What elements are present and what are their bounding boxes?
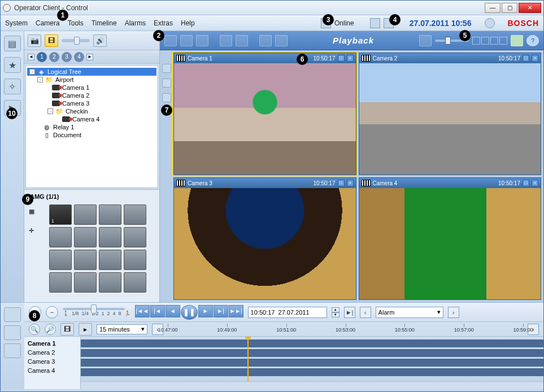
pane-close-icon[interactable]: × [532,55,538,62]
zoom-in-button[interactable]: + [29,306,41,319]
image-icon[interactable] [196,35,208,46]
last-button[interactable]: ►►| [229,305,243,317]
timeline-row-label[interactable]: Camera 3 [28,357,77,366]
zoom-out-button[interactable]: − [46,306,58,319]
amg-cell[interactable] [124,250,146,270]
maximize-button[interactable]: ▢ [502,3,517,13]
fullscreen-icon[interactable] [164,35,177,46]
expander-icon[interactable]: - [47,108,53,114]
amg-cell[interactable] [99,227,121,247]
timeline-ruler[interactable]: 10:47:0010:49:0010:51:0010:53:0010:55:00… [168,324,523,335]
video-pane-1[interactable]: Camera 1 10:50:17 □ × [173,53,356,175]
amg-cell[interactable] [74,250,97,270]
amg-grid-icon[interactable]: ▦ [29,208,43,221]
timeline-row-label[interactable]: Camera 4 [28,366,77,375]
pane-expand-icon[interactable] [162,64,171,73]
layout-icon[interactable] [275,35,288,46]
pane-close-icon[interactable]: × [347,55,354,62]
prev-button[interactable]: |◄ [150,305,165,317]
amg-cell[interactable] [124,272,146,293]
amg-cell[interactable] [124,227,146,247]
close-button[interactable]: ✕ [519,3,541,13]
timeline-row-label[interactable]: Camera 2 [28,348,77,357]
nav-next-button[interactable]: › [448,307,459,318]
pane-close-icon[interactable]: × [347,180,354,186]
print-icon[interactable] [220,35,232,46]
first-button[interactable]: |◄◄ [135,305,150,317]
time-down[interactable]: ▼ [332,312,340,317]
snapshot-icon[interactable] [236,35,248,46]
pane-max-icon[interactable]: □ [523,55,529,62]
tl-bookmark-icon[interactable] [4,325,21,340]
pane-audio-icon[interactable] [162,79,171,88]
minimize-button[interactable]: — [485,3,501,13]
tree-item[interactable]: Camera 4 [27,115,156,123]
menu-extras[interactable]: Extras [154,19,173,27]
tab-3[interactable]: 3 [62,52,72,62]
side-tree-icon[interactable]: ▤ [4,36,21,51]
timeline-tracks[interactable] [81,337,543,389]
expander-icon[interactable]: - [37,77,43,82]
amg-cell[interactable] [49,272,72,293]
tab-2[interactable]: 2 [49,52,59,62]
next-button[interactable]: ►| [214,305,228,317]
amg-ptz-icon[interactable]: ✛ [29,227,43,241]
playtime-input[interactable] [248,307,327,318]
video-pane-3[interactable]: Camera 3 10:50:17 □ × [173,177,356,300]
tl-schedule-icon[interactable] [4,343,21,358]
goto-live-button[interactable]: ►| [344,307,355,318]
layout-1x1[interactable] [472,37,480,45]
video-pane-4[interactable]: Camera 4 10:50:17 □ × [359,177,542,300]
tree-item[interactable]: Camera 3 [27,99,156,107]
tree-item[interactable]: Camera 1 [27,84,156,92]
timeline-range-select[interactable]: 15 minutes▾ [97,324,147,334]
left-slider[interactable] [62,39,90,42]
tab-next[interactable]: ► [86,54,93,60]
tl-zoom-in-icon[interactable]: 🔍 [29,324,40,335]
logical-tree[interactable]: - ◈ Logical Tree - 📁 Airport Camera 1 Ca… [25,65,158,188]
amg-cell[interactable] [99,204,121,225]
amg-cell[interactable] [74,272,97,293]
tab-1[interactable]: 1 [37,52,47,62]
alarm-select[interactable]: Alarm▾ [376,307,443,318]
menu-timeline[interactable]: Timeline [92,19,117,27]
menu-tools[interactable]: Tools [68,19,84,27]
rew-button[interactable]: ◄ [166,305,180,317]
print-icon[interactable] [485,18,495,28]
amg-cell[interactable] [74,204,97,225]
amg-cell[interactable] [74,227,97,247]
pane-max-icon[interactable]: □ [523,180,529,186]
pane-close-icon[interactable]: × [532,180,538,186]
timeline-row-label[interactable]: Camera 1 [28,339,77,348]
tree-item[interactable]: - 📁 Airport [27,76,156,84]
speaker-tool-icon[interactable]: 🔊 [93,34,107,47]
fwd-button[interactable]: ► [198,305,213,317]
layout-3x3[interactable] [490,37,498,45]
tab-4[interactable]: 4 [74,52,84,62]
amg-cell[interactable] [124,204,146,225]
tab-prev[interactable]: ◄ [28,54,34,60]
side-favorites-icon[interactable]: ★ [4,57,21,73]
menu-alarms[interactable]: Alarms [125,19,146,27]
side-compass-icon[interactable]: ✧ [4,79,21,94]
tree-root[interactable]: - ◈ Logical Tree [27,68,156,76]
menu-camera[interactable]: Camera [36,19,60,27]
favorite-icon[interactable] [259,35,272,46]
pane-max-icon[interactable]: □ [338,55,345,62]
pane-record-icon[interactable] [162,93,171,102]
tree-item[interactable]: ◍ Relay 1 [27,123,156,131]
layout-4x4[interactable] [499,37,507,45]
expand-icon[interactable] [180,35,193,46]
play-pause-button[interactable]: ❚❚ [181,305,198,320]
time-up[interactable]: ▲ [332,307,340,312]
video-pane-2[interactable]: Camera 2 10:50:17 □ × [359,53,542,175]
zoom-slider[interactable] [435,40,469,42]
add-layout-icon[interactable] [511,35,523,46]
timeline-track[interactable] [81,349,543,357]
amg-cell[interactable] [99,272,121,293]
tl-cut-icon[interactable]: 🎞 [60,323,74,336]
tl-export-icon[interactable] [4,307,21,322]
timeline-track[interactable] [81,368,543,376]
monitor-icon[interactable] [419,35,432,46]
timeline-scrollbar[interactable] [81,381,543,389]
